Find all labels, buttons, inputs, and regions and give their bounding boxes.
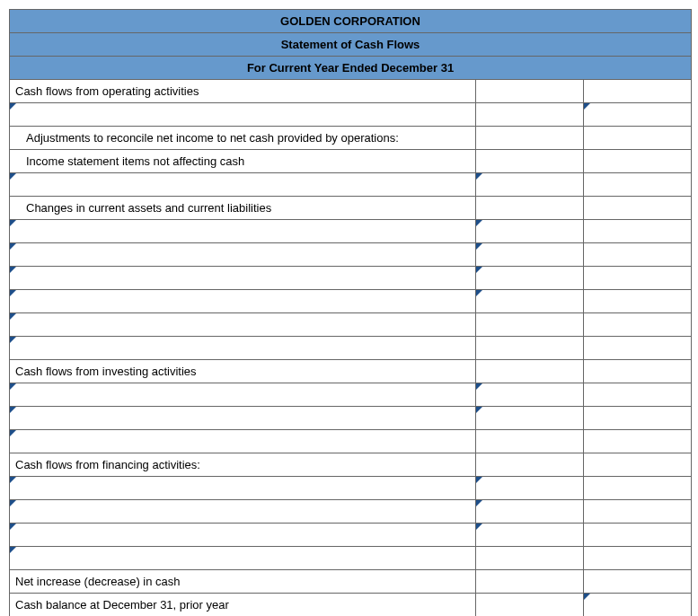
operating-title-row: Cash flows from operating activities [10,80,692,103]
amount-cell [584,407,692,430]
amount-cell [476,127,584,150]
investing-title: Cash flows from investing activities [10,360,476,383]
dropdown-icon [10,524,16,530]
dropdown-cell[interactable] [10,290,476,313]
dropdown-icon [10,383,16,390]
amount-cell [584,477,692,500]
dropdown-cell[interactable] [10,477,476,500]
amount-cell [584,453,692,477]
changes-input-row-2 [10,243,692,267]
changes-label-row: Changes in current assets and current li… [10,197,692,220]
adjustments-label-row: Adjustments to reconcile net income to n… [10,127,692,150]
amount-cell[interactable] [476,524,584,547]
cash-flow-statement-table: GOLDEN CORPORATION Statement of Cash Flo… [9,9,692,616]
dropdown-icon [10,243,16,250]
financing-input-row-3 [10,524,692,547]
dropdown-cell[interactable] [10,524,476,547]
noncash-label-row: Income statement items not affecting cas… [10,150,692,173]
amount-cell[interactable] [476,243,584,267]
amount-cell [584,267,692,290]
dropdown-icon [10,547,16,553]
dropdown-icon [476,290,482,296]
operating-input-row [10,103,692,127]
dropdown-icon [584,103,590,110]
financing-title-row: Cash flows from financing activities: [10,453,692,477]
dropdown-icon [10,267,16,273]
amount-cell [584,197,692,220]
operating-total-row [10,337,692,360]
dropdown-icon [476,173,482,180]
amount-cell[interactable] [476,220,584,243]
amount-cell [584,243,692,267]
dropdown-icon [10,173,16,180]
amount-cell[interactable] [476,290,584,313]
dropdown-cell[interactable] [10,337,476,360]
dropdown-cell[interactable] [10,313,476,337]
dropdown-cell[interactable] [10,220,476,243]
dropdown-cell[interactable] [10,407,476,430]
amount-cell [476,570,584,594]
prior-balance-label: Cash balance at December 31, prior year [10,594,476,617]
dropdown-cell[interactable] [10,173,476,197]
investing-input-row-2 [10,407,692,430]
amount-cell [476,594,584,617]
dropdown-cell[interactable] [10,430,476,453]
statement-title: Statement of Cash Flows [10,33,692,57]
net-change-row: Net increase (decrease) in cash [10,570,692,594]
amount-cell[interactable] [476,383,584,407]
dropdown-icon [584,594,590,600]
dropdown-cell[interactable] [10,267,476,290]
changes-input-row-1 [10,220,692,243]
dropdown-icon [476,500,482,506]
dropdown-cell[interactable] [10,547,476,570]
dropdown-cell[interactable] [10,243,476,267]
investing-input-row-1 [10,383,692,407]
financing-input-row-1 [10,477,692,500]
amount-cell [584,220,692,243]
dropdown-icon [10,290,16,296]
amount-cell [476,337,584,360]
dropdown-cell[interactable] [10,383,476,407]
prior-balance-row: Cash balance at December 31, prior year [10,594,692,617]
amount-cell [584,290,692,313]
amount-cell [476,197,584,220]
dropdown-icon [10,337,16,343]
amount-cell[interactable] [584,430,692,453]
dropdown-icon [10,430,16,436]
amount-cell[interactable] [476,313,584,337]
amount-cell [476,453,584,477]
statement-period: For Current Year Ended December 31 [10,57,692,80]
amount-cell[interactable] [476,477,584,500]
dropdown-icon [476,220,482,226]
net-change-label: Net increase (decrease) in cash [10,570,476,594]
amount-cell [476,150,584,173]
header-period-row: For Current Year Ended December 31 [10,57,692,80]
dropdown-icon [10,103,16,110]
dropdown-icon [10,500,16,506]
header-statement-row: Statement of Cash Flows [10,33,692,57]
amount-cell[interactable] [476,267,584,290]
amount-cell[interactable] [584,337,692,360]
dropdown-cell[interactable] [10,103,476,127]
amount-cell [584,524,692,547]
adjustments-label: Adjustments to reconcile net income to n… [10,127,476,150]
noncash-label: Income statement items not affecting cas… [10,150,476,173]
dropdown-icon [476,383,482,390]
amount-cell[interactable] [476,500,584,524]
financing-title: Cash flows from financing activities: [10,453,476,477]
dropdown-icon [476,477,482,483]
amount-cell[interactable] [584,594,692,617]
amount-cell[interactable] [476,407,584,430]
amount-cell[interactable] [584,547,692,570]
amount-cell[interactable] [584,103,692,127]
noncash-input-row [10,173,692,197]
amount-cell[interactable] [476,173,584,197]
dropdown-cell[interactable] [10,500,476,524]
amount-cell[interactable] [476,103,584,127]
dropdown-icon [10,313,16,320]
dropdown-icon [476,267,482,273]
amount-cell[interactable] [584,570,692,594]
dropdown-icon [10,477,16,483]
amount-cell [584,383,692,407]
amount-cell [584,173,692,197]
